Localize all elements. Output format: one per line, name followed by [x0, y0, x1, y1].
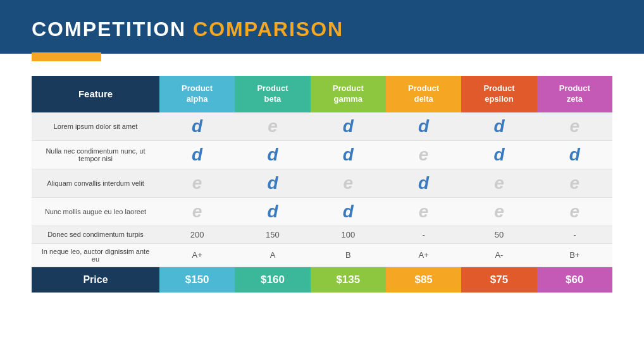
table-row: Nulla nec condimentum nunc, ut tempor ni…	[32, 140, 612, 169]
price-label-cell: Price	[32, 267, 159, 293]
value-cell: e	[159, 197, 235, 226]
value-cell: 50	[461, 226, 536, 243]
table-row: Aliquam convallis interdum velitededee	[32, 169, 612, 197]
value-cell: e	[461, 169, 536, 197]
value-cell: d	[311, 112, 386, 141]
price-gamma: $135	[311, 267, 386, 293]
price-row: Price $150 $160 $135 $85 $75 $60	[32, 267, 612, 293]
value-cell: 100	[311, 226, 386, 243]
price-beta: $160	[235, 267, 310, 293]
value-cell: A-	[461, 243, 536, 267]
value-cell: d	[311, 197, 386, 226]
value-cell: -	[537, 226, 612, 243]
content-area: Feature Productalpha Productbeta Product…	[0, 54, 644, 305]
price-zeta: $60	[537, 267, 612, 293]
table-row: Nunc mollis augue eu leo laoreeteddeee	[32, 197, 612, 226]
value-cell: d	[461, 112, 536, 141]
product-zeta-header: Productzeta	[537, 76, 612, 112]
value-cell: d	[159, 140, 235, 169]
product-beta-header: Productbeta	[235, 76, 310, 112]
value-cell: B	[311, 243, 386, 267]
product-alpha-header: Productalpha	[159, 76, 235, 112]
price-alpha: $150	[159, 267, 235, 293]
price-epsilon: $75	[461, 267, 536, 293]
value-cell: A+	[159, 243, 235, 267]
value-cell: e	[235, 112, 310, 141]
product-epsilon-header: Productepsilon	[461, 76, 536, 112]
slide-title: COMPETITION COMPARISON	[32, 18, 612, 41]
value-cell: d	[386, 169, 461, 197]
product-gamma-header: Productgamma	[311, 76, 386, 112]
table-row: Lorem ipsum dolor sit ametdeddde	[32, 112, 612, 141]
value-cell: A	[235, 243, 310, 267]
value-cell: -	[386, 226, 461, 243]
feature-cell: Donec sed condimentum turpis	[32, 226, 159, 243]
feature-cell: In neque leo, auctor dignissim ante eu	[32, 243, 159, 267]
title-part1: COMPETITION	[32, 18, 186, 40]
value-cell: d	[235, 140, 310, 169]
value-cell: B+	[537, 243, 612, 267]
value-cell: A+	[386, 243, 461, 267]
value-cell: e	[537, 197, 612, 226]
slide: COMPETITION COMPARISON Feature Productal…	[0, 0, 644, 338]
value-cell: e	[311, 169, 386, 197]
value-cell: e	[386, 197, 461, 226]
value-cell: d	[159, 112, 235, 141]
title-part2: COMPARISON	[193, 18, 344, 40]
value-cell: d	[311, 140, 386, 169]
table-row: In neque leo, auctor dignissim ante euA+…	[32, 243, 612, 267]
value-cell: e	[537, 169, 612, 197]
value-cell: d	[235, 197, 310, 226]
feature-cell: Lorem ipsum dolor sit amet	[32, 112, 159, 141]
table-header-row: Feature Productalpha Productbeta Product…	[32, 76, 612, 112]
feature-cell: Nulla nec condimentum nunc, ut tempor ni…	[32, 140, 159, 169]
value-cell: e	[159, 169, 235, 197]
value-cell: d	[386, 112, 461, 141]
value-cell: d	[537, 140, 612, 169]
feature-cell: Aliquam convallis interdum velit	[32, 169, 159, 197]
orange-bar	[32, 52, 101, 61]
value-cell: 200	[159, 226, 235, 243]
price-delta: $85	[386, 267, 461, 293]
value-cell: 150	[235, 226, 310, 243]
feature-cell: Nunc mollis augue eu leo laoreet	[32, 197, 159, 226]
comparison-table: Feature Productalpha Productbeta Product…	[32, 76, 612, 293]
product-delta-header: Productdelta	[386, 76, 461, 112]
value-cell: e	[461, 197, 536, 226]
value-cell: d	[461, 140, 536, 169]
table-row: Donec sed condimentum turpis200150100-50…	[32, 226, 612, 243]
header: COMPETITION COMPARISON	[0, 0, 644, 54]
value-cell: e	[537, 112, 612, 141]
value-cell: d	[235, 169, 310, 197]
feature-column-header: Feature	[32, 76, 159, 112]
value-cell: e	[386, 140, 461, 169]
